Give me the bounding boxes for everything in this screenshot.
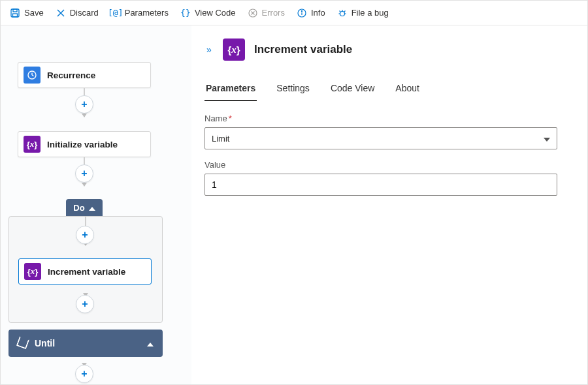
recurrence-label: Recurrence xyxy=(47,70,95,80)
tab-parameters[interactable]: Parameters xyxy=(204,78,257,101)
tab-settings[interactable]: Settings xyxy=(275,78,311,101)
do-loop-body: + {x} Increment variable + xyxy=(8,216,163,323)
parameters-icon: [@] xyxy=(110,8,121,18)
errors-label: Errors xyxy=(262,8,285,18)
loop-icon xyxy=(18,337,28,350)
fileabug-button[interactable]: File a bug xyxy=(333,5,393,21)
tab-codeview[interactable]: Code View xyxy=(329,78,376,101)
name-select[interactable]: Limit xyxy=(204,127,557,149)
fileabug-label: File a bug xyxy=(351,8,389,18)
collapse-panel-button[interactable]: » xyxy=(202,44,214,55)
until-condition[interactable]: Until xyxy=(8,330,163,357)
add-step-button[interactable]: + xyxy=(76,226,94,244)
info-icon xyxy=(297,8,307,18)
variable-icon: {x} xyxy=(24,263,41,280)
required-indicator: * xyxy=(229,114,232,123)
tab-about[interactable]: About xyxy=(394,78,421,101)
bug-icon xyxy=(337,8,348,18)
svg-rect-0 xyxy=(11,9,19,17)
viewcode-label: View Code xyxy=(195,8,236,18)
parameters-button[interactable]: [@] Parameters xyxy=(106,5,172,21)
until-label: Until xyxy=(35,338,55,348)
details-title: Increment variable xyxy=(254,43,352,56)
add-step-button[interactable]: + xyxy=(75,95,93,114)
viewcode-button[interactable]: {} View Code xyxy=(176,5,240,21)
discard-label: Discard xyxy=(70,8,99,18)
workflow-canvas[interactable]: Recurrence + {x} Initialize variable + D… xyxy=(1,25,191,384)
svg-rect-2 xyxy=(13,14,18,17)
save-icon xyxy=(10,8,20,18)
name-field-label: Name* xyxy=(204,114,557,123)
value-input[interactable] xyxy=(204,174,557,196)
variable-icon: {x} xyxy=(223,38,245,61)
value-field-label: Value xyxy=(204,160,557,170)
svg-point-11 xyxy=(340,11,344,16)
details-tabs: Parameters Settings Code View About xyxy=(191,75,587,102)
code-icon: {} xyxy=(180,8,191,18)
initialize-variable-node[interactable]: {x} Initialize variable xyxy=(18,131,151,157)
errors-icon xyxy=(248,8,258,18)
parameters-label: Parameters xyxy=(125,8,169,18)
errors-button: Errors xyxy=(244,5,289,21)
svg-line-16 xyxy=(344,10,346,12)
discard-icon xyxy=(56,8,66,18)
chevron-down-icon xyxy=(544,134,550,144)
info-label: Info xyxy=(311,8,325,18)
svg-rect-1 xyxy=(13,9,17,12)
name-select-value: Limit xyxy=(212,134,229,144)
chevron-up-icon xyxy=(147,339,154,348)
toolbar: Save Discard [@] Parameters {} View Code xyxy=(1,1,587,25)
add-step-button[interactable]: + xyxy=(75,164,93,183)
svg-line-15 xyxy=(339,10,340,12)
do-loop-header[interactable]: Do xyxy=(66,199,103,216)
svg-line-19 xyxy=(32,75,34,76)
info-button[interactable]: Info xyxy=(293,5,329,21)
increment-variable-node[interactable]: {x} Increment variable xyxy=(18,258,152,285)
save-label: Save xyxy=(24,8,44,18)
save-button[interactable]: Save xyxy=(6,5,48,21)
add-step-button[interactable]: + xyxy=(76,295,94,313)
chevron-up-icon xyxy=(89,203,95,213)
parameters-form: Name* Limit Value xyxy=(191,102,570,196)
discard-button[interactable]: Discard xyxy=(52,5,103,21)
variable-icon: {x} xyxy=(24,136,41,153)
increment-variable-label: Increment variable xyxy=(48,267,125,277)
details-panel: » {x} Increment variable Parameters Sett… xyxy=(191,25,587,384)
recurrence-node[interactable]: Recurrence xyxy=(18,62,151,88)
add-step-button[interactable]: + xyxy=(75,365,93,383)
svg-point-9 xyxy=(301,10,302,11)
clock-icon xyxy=(24,67,41,84)
initialize-variable-label: Initialize variable xyxy=(47,140,118,149)
do-loop-label: Do xyxy=(73,203,84,213)
